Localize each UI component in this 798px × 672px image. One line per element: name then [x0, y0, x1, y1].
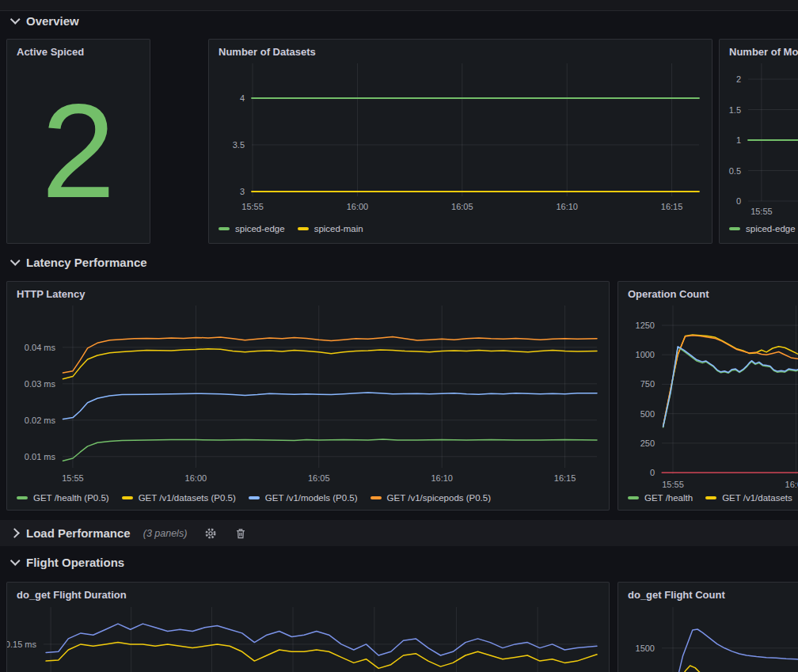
timeseries-chart[interactable]: 12501000750500250015:5516:00 [618, 304, 798, 490]
svg-text:16:00: 16:00 [347, 202, 369, 211]
panel-number-of-models: Number of Models 21.510.5015:55 spiced-e… [719, 39, 798, 244]
legend-item[interactable]: GET /v1/models (P0.5) [249, 493, 358, 503]
legend-item[interactable]: spiced-edge [218, 224, 285, 233]
svg-text:15:55: 15:55 [662, 480, 684, 489]
legend-swatch [705, 496, 716, 499]
section-header-load-performance[interactable]: Load Performance (3 panels) [0, 520, 798, 546]
section-label: Flight Operations [26, 556, 124, 569]
chart-legend: GET /health (P0.5)GET /v1/datasets (P0.5… [17, 493, 491, 503]
legend-swatch [249, 496, 260, 499]
panel-title[interactable]: Number of Datasets [218, 46, 316, 58]
legend-item[interactable]: GET /health [628, 493, 693, 503]
svg-text:1250: 1250 [636, 321, 655, 330]
grafana-dashboard: Overview Active Spiced 2 Number of Datas… [0, 0, 798, 672]
svg-text:2: 2 [736, 74, 741, 84]
svg-text:0.01 ms: 0.01 ms [25, 452, 56, 461]
chevron-down-icon [10, 14, 21, 25]
svg-text:1000: 1000 [636, 350, 655, 359]
svg-text:16:10: 16:10 [556, 202, 578, 211]
svg-text:16:00: 16:00 [785, 480, 798, 489]
svg-text:15:55: 15:55 [241, 202, 264, 211]
svg-text:750: 750 [640, 379, 655, 389]
chevron-down-icon [10, 256, 21, 266]
svg-text:16:15: 16:15 [661, 202, 683, 211]
panel-title[interactable]: Operation Count [628, 288, 709, 300]
chevron-down-icon [10, 556, 21, 566]
legend-item[interactable]: GET /health (P0.5) [17, 493, 109, 503]
svg-text:3: 3 [240, 187, 245, 196]
svg-text:16:05: 16:05 [451, 202, 473, 211]
svg-text:1: 1 [736, 135, 741, 145]
chart-legend: GET /healthGET /v1/datasets [628, 493, 792, 503]
panel-do-get-flight-count: do_get Flight Count 1500 [618, 582, 798, 672]
legend-swatch [370, 496, 382, 499]
timeseries-chart[interactable]: 43.5315:5516:0016:0516:1016:15 [209, 62, 712, 220]
svg-text:0.03 ms: 0.03 ms [25, 379, 56, 389]
section-label: Overview [26, 14, 79, 28]
svg-text:0: 0 [650, 468, 655, 477]
legend-swatch [298, 227, 309, 230]
legend-swatch [17, 496, 28, 499]
svg-text:0.02 ms: 0.02 ms [25, 416, 56, 425]
panel-number-of-datasets: Number of Datasets 43.5315:5516:0016:051… [208, 39, 712, 244]
panel-active-spiced: Active Spiced 2 [6, 39, 150, 244]
section-header-overview[interactable]: Overview [11, 12, 79, 29]
timeseries-chart[interactable]: 1500 [618, 604, 798, 672]
svg-text:4: 4 [240, 93, 245, 103]
panel-title[interactable]: do_get Flight Count [628, 589, 725, 601]
chart-legend: spiced-edge [729, 224, 796, 233]
svg-text:3.5: 3.5 [233, 140, 245, 150]
svg-text:0.04 ms: 0.04 ms [25, 343, 56, 352]
timeseries-chart[interactable]: 21.510.5015:55 [720, 62, 798, 220]
trash-icon[interactable] [234, 527, 247, 540]
stat-value: 2 [7, 66, 150, 235]
panels-count-label: (3 panels) [143, 528, 188, 539]
chart-legend: spiced-edgespiced-main [218, 224, 363, 233]
legend-swatch [122, 496, 133, 499]
panel-http-latency: HTTP Latency 0.04 ms0.03 ms0.02 ms0.01 m… [6, 281, 610, 511]
panel-title[interactable]: HTTP Latency [17, 288, 85, 300]
svg-text:0.15 ms: 0.15 ms [7, 640, 36, 649]
legend-item[interactable]: GET /v1/datasets (P0.5) [122, 493, 236, 503]
section-header-flight-operations[interactable]: Flight Operations [11, 553, 124, 571]
legend-item[interactable]: GET /v1/datasets [705, 493, 792, 503]
panel-do-get-flight-duration: do_get Flight Duration 0.15 ms [6, 582, 610, 672]
svg-text:16:15: 16:15 [554, 473, 576, 483]
top-bar [0, 0, 798, 11]
legend-swatch [218, 227, 230, 230]
legend-item[interactable]: spiced-edge [729, 224, 796, 233]
svg-text:16:00: 16:00 [185, 473, 207, 483]
chevron-right-icon [10, 528, 20, 538]
legend-swatch [729, 227, 740, 230]
svg-text:1.5: 1.5 [729, 105, 741, 115]
panel-operation-count: Operation Count 12501000750500250015:551… [618, 281, 798, 511]
legend-item[interactable]: GET /v1/spicepods (P0.5) [370, 493, 491, 503]
svg-text:0: 0 [736, 196, 741, 206]
gear-icon[interactable] [204, 527, 217, 540]
panel-title[interactable]: do_get Flight Duration [17, 589, 127, 601]
svg-text:16:05: 16:05 [308, 473, 330, 483]
section-label: Load Performance [26, 526, 131, 540]
svg-text:500: 500 [640, 409, 655, 419]
section-label: Latency Performance [26, 256, 147, 269]
svg-text:16:10: 16:10 [431, 473, 453, 483]
svg-text:15:55: 15:55 [62, 473, 84, 483]
section-header-latency-performance[interactable]: Latency Performance [11, 253, 147, 271]
panel-title[interactable]: Active Spiced [17, 46, 84, 58]
timeseries-chart[interactable]: 0.15 ms [7, 604, 609, 672]
svg-text:15:55: 15:55 [750, 207, 773, 216]
svg-text:1500: 1500 [636, 644, 655, 653]
legend-swatch [628, 496, 639, 499]
svg-text:250: 250 [640, 439, 655, 448]
panel-title[interactable]: Number of Models [729, 46, 798, 58]
svg-text:0.5: 0.5 [729, 166, 741, 176]
legend-item[interactable]: spiced-main [298, 224, 363, 233]
timeseries-chart[interactable]: 0.04 ms0.03 ms0.02 ms0.01 ms15:5516:0016… [7, 304, 609, 490]
